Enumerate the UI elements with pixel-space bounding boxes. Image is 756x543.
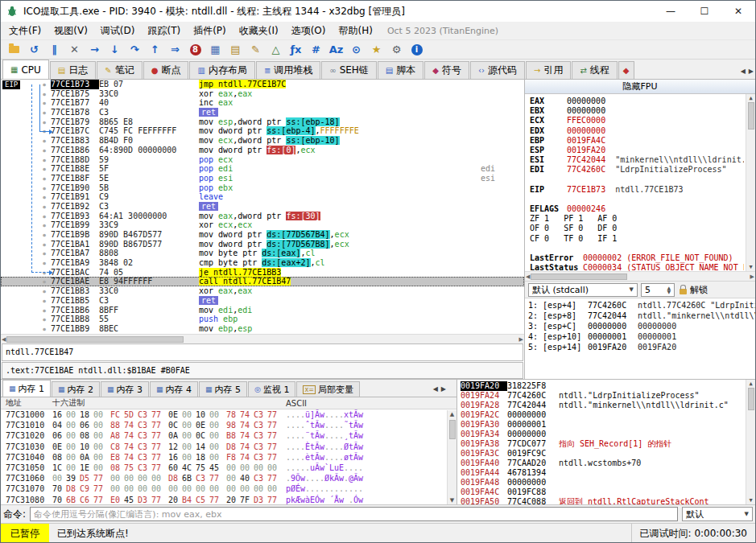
- scroll-up-icon[interactable]: ▲: [749, 381, 752, 387]
- register-row[interactable]: CF 0 TF 0 IF 1: [530, 234, 744, 244]
- register-row[interactable]: ZF 1 PF 1 AF 0: [530, 214, 744, 224]
- tab-memory-map[interactable]: ▥内存布局: [189, 61, 254, 79]
- tab-handles[interactable]: ◆: [618, 61, 634, 79]
- run-to-user-code-button[interactable]: ⇒: [165, 41, 185, 59]
- breakpoint-dot-icon[interactable]: ●: [38, 296, 51, 306]
- disasm-row[interactable]: ●77CE1B798B65 E8mov esp,dword ptr ss:[eb…: [1, 117, 524, 127]
- disasm-row[interactable]: ●77CE1BB5C3ret: [1, 296, 524, 306]
- breakpoint-dot-icon[interactable]: ●: [38, 315, 51, 324]
- tab-source[interactable]: ‹›源代码: [470, 61, 525, 79]
- tab-breakpoints[interactable]: ●断点: [143, 61, 189, 79]
- stack-row[interactable]: 0019FA4446781394: [461, 468, 744, 478]
- register-row[interactable]: EFLAGS00000246: [530, 204, 744, 214]
- stack-row[interactable]: 0019FA5077C4C088返回到 ntdll.RtlCaptureStac…: [461, 497, 744, 504]
- stack-row[interactable]: 0019FA4800000000: [461, 478, 744, 487]
- argument-row[interactable]: 1:[esp+4]77C4260Cntdll.77C4260C "LdrpIni…: [528, 300, 755, 311]
- register-row[interactable]: ESI77C42044"minkernel\\ntdll\\ldrinit.c": [530, 155, 744, 165]
- menu-item-options[interactable]: 选项(O): [285, 23, 333, 39]
- stop-button[interactable]: ✕: [64, 41, 85, 59]
- disassembly-view[interactable]: EIP ●77CE1B73EB 07jmp ntdll.77CE1B7C●77C…: [1, 80, 524, 334]
- preferences-button[interactable]: ⚙: [386, 41, 407, 59]
- stack-row[interactable]: 0019FA20318225F8: [461, 381, 744, 391]
- stack-row[interactable]: 0019FA4C0019FC88: [461, 487, 744, 497]
- disasm-row[interactable]: ●77CE1B8F5Epop esiesi: [1, 174, 524, 183]
- breakpoint-dot-icon[interactable]: ●: [38, 306, 51, 315]
- argument-row[interactable]: 2:[esp+8]77C42044ntdll."minkernel\\ntdll…: [528, 311, 755, 321]
- scroll-right-icon[interactable]: ▶: [750, 274, 754, 280]
- register-row[interactable]: LastStatusC0000034 (STATUS_OBJECT_NAME_N…: [530, 263, 744, 271]
- tab-log[interactable]: ▤日志: [50, 61, 96, 79]
- stack-row[interactable]: 0019FA2877C42044ntdll."minkernel\\ntdll\…: [461, 401, 744, 410]
- scroll-left-icon[interactable]: ◀: [526, 274, 530, 280]
- tab-call-stack[interactable]: ≣调用堆栈: [256, 61, 320, 79]
- tab-scroll-right-button[interactable]: ▶: [749, 68, 754, 75]
- dump-row[interactable]: 77C3102006000800A874C3770A000C00B874C377…: [6, 430, 456, 441]
- disasm-row[interactable]: ●77CE1B73EB 07jmp ntdll.77CE1B7C: [1, 80, 524, 89]
- scroll-left-icon[interactable]: ◀: [2, 336, 6, 343]
- dump-tab-dump-2[interactable]: ▦内存 2: [52, 381, 100, 397]
- tab-notes[interactable]: ✎笔记: [97, 61, 142, 79]
- disasm-row[interactable]: ●77CE1BB68BFFmov edi,edi: [1, 306, 524, 315]
- tab-seh-chain[interactable]: ∞SEH链: [321, 61, 377, 79]
- find-pattern-button[interactable]: ⊙: [346, 41, 366, 59]
- register-row[interactable]: EIP77CE1B73ntdll.77CE1B73: [530, 185, 744, 195]
- register-row[interactable]: ESP0019FA20: [530, 146, 744, 155]
- register-row[interactable]: EDX00000000: [530, 126, 744, 136]
- disasm-row[interactable]: ●77CE1B905Bpop ebx: [1, 183, 524, 193]
- menu-item-favourites[interactable]: 收藏夹(I): [233, 23, 285, 39]
- scroll-right-icon[interactable]: ▶: [519, 336, 523, 343]
- disasm-row[interactable]: ●77CE1BA93848 02cmp byte ptr ds:[eax+2],…: [1, 258, 524, 268]
- breakpoint-dot-icon[interactable]: ●: [38, 277, 51, 286]
- registers-hscrollbar[interactable]: ◀ ▶: [525, 271, 755, 281]
- tab-cpu[interactable]: ▦CPU: [2, 60, 49, 79]
- disasm-row[interactable]: ●77CE1BAC74 05je ntdll.77CE1BB3: [1, 268, 524, 278]
- favourite-tools-button[interactable]: ★: [366, 41, 386, 59]
- disasm-row[interactable]: ●77CE1B7CC745 FC FEFFFFFFmov dword ptr s…: [1, 126, 524, 136]
- close-button[interactable]: ✕: [721, 1, 755, 22]
- register-row[interactable]: OF 0 SF 0 DF 0: [530, 224, 744, 233]
- calling-convention-select[interactable]: 默认 (stdcall) ▼: [528, 283, 638, 297]
- tab-symbols[interactable]: ◆符号: [424, 61, 469, 79]
- scroll-up-icon[interactable]: ▲: [749, 95, 752, 101]
- dump-tab-dump-1[interactable]: ▦内存 1: [2, 380, 51, 397]
- argument-row[interactable]: 3:[esp+C]0000000000000000: [528, 321, 755, 331]
- stepper-arrows-icon[interactable]: ▲▼: [667, 286, 671, 294]
- minimize-button[interactable]: —: [654, 1, 688, 22]
- disasm-row[interactable]: ●77CE1BB98BECmov ebp,esp: [1, 324, 524, 334]
- scroll-down-icon[interactable]: ▼: [749, 497, 752, 504]
- scroll-thumb[interactable]: [748, 102, 754, 130]
- disasm-row[interactable]: ●77CE1B9364:A1 30000000mov eax,dword ptr…: [1, 212, 524, 221]
- disasm-row[interactable]: ●77CE1B91C9leave: [1, 192, 524, 202]
- disasm-row[interactable]: ●77CE1BB855push ebp: [1, 315, 524, 324]
- register-row[interactable]: EDI77C4260C"LdrpInitializeProcess": [530, 165, 744, 175]
- step-out-button[interactable]: ↑: [145, 41, 165, 59]
- disasm-row[interactable]: ●77CE1B8E5Fpop ediedi: [1, 164, 524, 174]
- step-over-button[interactable]: ↷: [125, 41, 145, 59]
- disasm-row[interactable]: ●77CE1BA1890D B867D577mov dword ptr ds:[…: [1, 240, 524, 249]
- argument-count-stepper[interactable]: 5 ▲▼: [641, 283, 675, 297]
- stack-row[interactable]: 0019FA3877CDC077指向 SEH_Record[1] 的指针: [461, 439, 744, 449]
- about-button[interactable]: i: [407, 41, 427, 59]
- menu-item-file[interactable]: 文件(F): [2, 23, 48, 39]
- open-file-button[interactable]: [4, 41, 24, 59]
- scroll-thumb[interactable]: [531, 274, 627, 280]
- menu-item-plugins[interactable]: 插件(P): [187, 23, 233, 39]
- step-into-button[interactable]: ↓: [105, 41, 125, 59]
- arguments-view[interactable]: 1:[esp+4]77C4260Cntdll.77C4260C "LdrpIni…: [525, 298, 755, 379]
- disasm-row[interactable]: ●77CE1B7740inc eax: [1, 98, 524, 108]
- tab-threads[interactable]: ⇄线程: [572, 61, 617, 79]
- stack-row[interactable]: 0019FA3400000000: [461, 430, 744, 439]
- menu-item-trace[interactable]: 跟踪(T): [141, 23, 187, 39]
- disasm-row[interactable]: ●77CE1B9933C9xor ecx,ecx: [1, 220, 524, 230]
- maximize-button[interactable]: ☐: [688, 1, 721, 22]
- scroll-thumb[interactable]: [6, 336, 184, 343]
- restart-button[interactable]: ↺: [24, 41, 44, 59]
- dump-vscrollbar[interactable]: ▲ ▼: [447, 410, 456, 504]
- dump-tab-dump-5[interactable]: ▦内存 5: [199, 381, 247, 397]
- log-button[interactable]: ▤: [225, 41, 246, 59]
- dump-row[interactable]: 77C310501C001E000875C377604C754500000000…: [6, 463, 456, 473]
- dump-row[interactable]: 77C31010040006008874C3770C000E009874C377…: [6, 420, 456, 430]
- scroll-up-icon[interactable]: ▲: [450, 411, 454, 418]
- command-input[interactable]: [30, 507, 678, 521]
- dump-row[interactable]: 77C31080706BC677E045D37720B4C577207FD377…: [6, 495, 456, 505]
